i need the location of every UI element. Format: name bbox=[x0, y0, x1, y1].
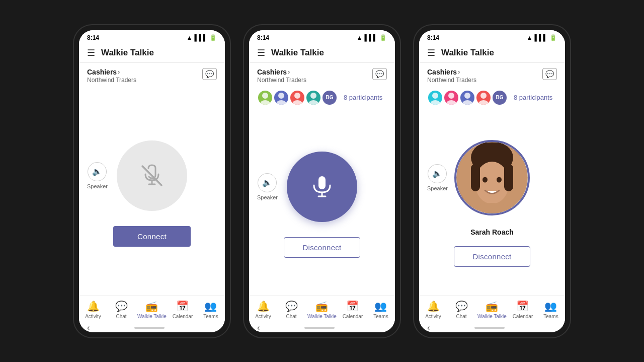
chat-icon-btn-3[interactable]: 💬 bbox=[542, 68, 557, 80]
teams-icon-1: 👥 bbox=[204, 300, 217, 312]
channel-section-1: Cashiers › Northwind Traders 💬 bbox=[79, 63, 225, 87]
connect-button-1[interactable]: Connect bbox=[113, 226, 191, 247]
mic-muted-icon bbox=[138, 162, 166, 189]
nav-back-1: ‹ bbox=[79, 321, 225, 332]
nav-chat-2[interactable]: 💬 Chat bbox=[279, 300, 303, 319]
calendar-label-3: Calendar bbox=[513, 314, 533, 319]
avatar-2-3 bbox=[443, 90, 459, 106]
nav-walkie-3[interactable]: 📻 Walkie Talkie bbox=[477, 300, 507, 319]
mic-area-1: 🔈 Speaker bbox=[79, 135, 225, 216]
channel-chevron-1: › bbox=[118, 68, 120, 76]
svg-point-24 bbox=[475, 162, 509, 204]
signal-icon-2: ▌▌▌ bbox=[364, 34, 377, 41]
speaker-name-3: Sarah Roach bbox=[470, 228, 514, 236]
wifi-icon-1: ▲ bbox=[187, 34, 193, 41]
menu-icon-2[interactable]: ☰ bbox=[257, 47, 265, 58]
battery-icon-1: 🔋 bbox=[209, 34, 217, 41]
home-bar-3 bbox=[474, 327, 505, 329]
activity-label-1: Activity bbox=[85, 314, 101, 319]
teams-label-1: Teams bbox=[203, 314, 218, 319]
nav-teams-3[interactable]: 👥 Teams bbox=[539, 300, 563, 319]
phone-2: 8:14 ▲ ▌▌▌ 🔋 ☰ Walkie Talkie Cashiers › … bbox=[244, 25, 400, 337]
channel-name-3: Cashiers › bbox=[427, 68, 476, 76]
status-icons-2: ▲ ▌▌▌ 🔋 bbox=[357, 34, 387, 41]
teams-label-2: Teams bbox=[373, 314, 388, 319]
channel-name-2: Cashiers › bbox=[257, 68, 306, 76]
menu-icon-1[interactable]: ☰ bbox=[87, 47, 95, 58]
chat-label-2: Chat bbox=[286, 314, 296, 319]
nav-activity-3[interactable]: 🔔 Activity bbox=[421, 300, 445, 319]
avatar-3-3 bbox=[459, 90, 475, 106]
back-arrow-3[interactable]: ‹ bbox=[427, 323, 430, 332]
svg-point-6 bbox=[276, 100, 286, 105]
calendar-label-2: Calendar bbox=[343, 314, 363, 319]
phone-1: 8:14 ▲ ▌▌▌ 🔋 ☰ Walkie Talkie Cashiers › bbox=[74, 25, 230, 337]
status-icons-3: ▲ ▌▌▌ 🔋 bbox=[527, 34, 557, 41]
nav-teams-1[interactable]: 👥 Teams bbox=[199, 300, 223, 319]
svg-rect-26 bbox=[504, 164, 513, 191]
disconnect-button-2[interactable]: Disconnect bbox=[284, 237, 360, 258]
mic-active-icon bbox=[308, 173, 336, 200]
speaker-btn-2[interactable]: 🔈 bbox=[258, 173, 277, 192]
avatar-2-2 bbox=[273, 90, 289, 106]
mic-button-1[interactable] bbox=[117, 140, 187, 211]
nav-chat-3[interactable]: 💬 Chat bbox=[449, 300, 473, 319]
chat-icon-btn-2[interactable]: 💬 bbox=[372, 68, 387, 80]
nav-back-2: ‹ bbox=[249, 321, 395, 332]
channel-section-2: Cashiers › Northwind Traders 💬 bbox=[249, 63, 395, 87]
teams-icon-3: 👥 bbox=[544, 300, 557, 312]
activity-label-2: Activity bbox=[255, 314, 271, 319]
walkie-label-3: Walkie Talkie bbox=[477, 314, 507, 319]
app-title-3: Walkie Talkie bbox=[441, 48, 557, 58]
nav-activity-1[interactable]: 🔔 Activity bbox=[81, 300, 105, 319]
speaker-label-3: Speaker bbox=[427, 185, 448, 191]
svg-point-20 bbox=[480, 93, 487, 99]
phone-3: 8:14 ▲ ▌▌▌ 🔋 ☰ Walkie Talkie Cashiers › … bbox=[414, 25, 570, 337]
disconnect-button-3[interactable]: Disconnect bbox=[454, 246, 530, 267]
menu-icon-3[interactable]: ☰ bbox=[427, 47, 435, 58]
nav-calendar-3[interactable]: 📅 Calendar bbox=[511, 300, 535, 319]
speaker-btn-1[interactable]: 🔈 bbox=[88, 162, 107, 181]
nav-back-3: ‹ bbox=[419, 321, 565, 332]
svg-point-5 bbox=[278, 93, 284, 99]
header-2: ☰ Walkie Talkie bbox=[249, 43, 395, 63]
svg-rect-11 bbox=[318, 176, 326, 189]
activity-label-3: Activity bbox=[425, 314, 441, 319]
home-bar-1 bbox=[134, 327, 165, 329]
svg-point-17 bbox=[446, 100, 456, 105]
nav-activity-2[interactable]: 🔔 Activity bbox=[251, 300, 275, 319]
nav-walkie-2[interactable]: 📻 Walkie Talkie bbox=[307, 300, 337, 319]
back-arrow-1[interactable]: ‹ bbox=[87, 323, 90, 332]
main-content-2: 🔈 Speaker Disconnect bbox=[249, 109, 395, 296]
status-icons-1: ▲ ▌▌▌ 🔋 bbox=[187, 34, 217, 41]
svg-point-18 bbox=[464, 93, 470, 99]
app-title-1: Walkie Talkie bbox=[101, 48, 217, 58]
time-2: 8:14 bbox=[257, 34, 269, 41]
svg-point-8 bbox=[292, 100, 302, 105]
walkie-icon-1: 📻 bbox=[145, 300, 158, 312]
svg-point-4 bbox=[260, 100, 270, 105]
channel-sub-3: Northwind Traders bbox=[427, 77, 476, 84]
svg-point-28 bbox=[497, 177, 502, 182]
nav-chat-1[interactable]: 💬 Chat bbox=[109, 300, 133, 319]
status-bar-1: 8:14 ▲ ▌▌▌ 🔋 bbox=[79, 30, 225, 43]
participants-row-2: BG 8 participants bbox=[249, 87, 395, 109]
speaker-3: 🔈 Speaker bbox=[427, 164, 448, 191]
nav-calendar-2[interactable]: 📅 Calendar bbox=[341, 300, 365, 319]
avatar-1-3 bbox=[427, 90, 443, 106]
svg-point-3 bbox=[262, 93, 268, 99]
back-arrow-2[interactable]: ‹ bbox=[257, 323, 260, 332]
phones-container: 8:14 ▲ ▌▌▌ 🔋 ☰ Walkie Talkie Cashiers › bbox=[74, 25, 570, 337]
chat-label-1: Chat bbox=[116, 314, 126, 319]
calendar-icon-1: 📅 bbox=[176, 300, 189, 312]
walkie-label-2: Walkie Talkie bbox=[307, 314, 337, 319]
mic-button-2[interactable] bbox=[287, 152, 357, 222]
nav-teams-2[interactable]: 👥 Teams bbox=[369, 300, 393, 319]
speaker-btn-3[interactable]: 🔈 bbox=[428, 164, 447, 183]
chat-icon-btn-1[interactable]: 💬 bbox=[202, 68, 217, 80]
nav-walkie-1[interactable]: 📻 Walkie Talkie bbox=[137, 300, 167, 319]
chat-label-3: Chat bbox=[456, 314, 466, 319]
nav-calendar-1[interactable]: 📅 Calendar bbox=[171, 300, 195, 319]
svg-rect-25 bbox=[471, 164, 480, 191]
speaker-2: 🔈 Speaker bbox=[257, 173, 278, 200]
